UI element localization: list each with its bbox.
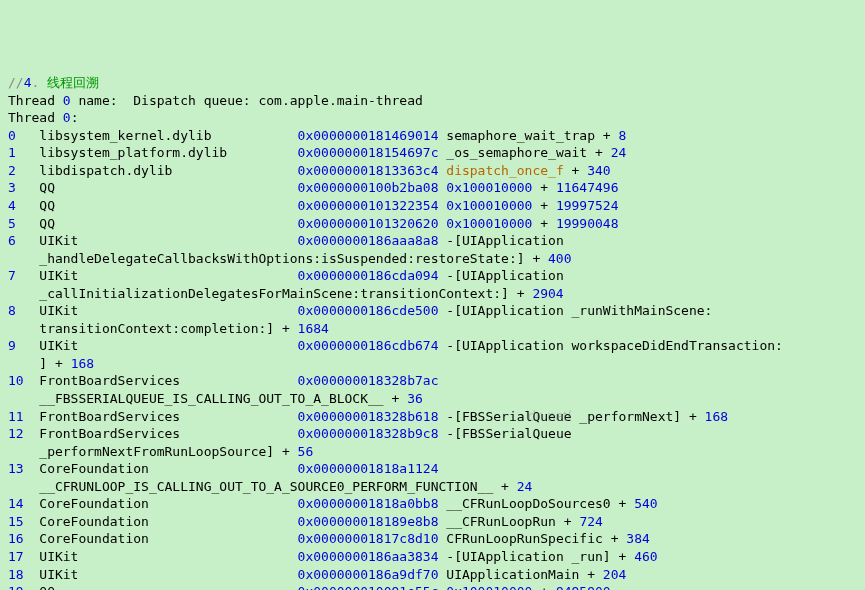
log-line: ] + 168	[8, 355, 857, 373]
log-line: transitionContext:completion:] + 1684	[8, 320, 857, 338]
log-line: 16 CoreFoundation 0x00000001817c8d10 CFR…	[8, 530, 857, 548]
log-line: 10 FrontBoardServices 0x000000018328b7ac	[8, 372, 857, 390]
log-line: 11 FrontBoardServices 0x000000018328b618…	[8, 408, 857, 426]
log-line: 18 UIKit 0x0000000186a9df70 UIApplicatio…	[8, 566, 857, 584]
log-line: 13 CoreFoundation 0x00000001818a1124	[8, 460, 857, 478]
log-line: Thread 0:	[8, 109, 857, 127]
log-line: 15 CoreFoundation 0x000000018189e8b8 __C…	[8, 513, 857, 531]
log-line: 2 libdispatch.dylib 0x00000001813363c4 d…	[8, 162, 857, 180]
log-line: 17 UIKit 0x0000000186aa3834 -[UIApplicat…	[8, 548, 857, 566]
log-line: _callInitializationDelegatesForMainScene…	[8, 285, 857, 303]
log-line: 0 libsystem_kernel.dylib 0x0000000181469…	[8, 127, 857, 145]
log-line: 9 UIKit 0x0000000186cdb674 -[UIApplicati…	[8, 337, 857, 355]
log-line: _performNextFromRunLoopSource] + 56	[8, 443, 857, 461]
log-line: 14 CoreFoundation 0x00000001818a0bb8 __C…	[8, 495, 857, 513]
log-line: __FBSSERIALQUEUE_IS_CALLING_OUT_TO_A_BLO…	[8, 390, 857, 408]
log-line: 4 QQ 0x0000000101322354 0x100010000 + 19…	[8, 197, 857, 215]
log-line: Thread 0 name: Dispatch queue: com.apple…	[8, 92, 857, 110]
log-line: 19 QQ 0x000000010091e55c 0x100010000 + 9…	[8, 583, 857, 590]
log-line: 5 QQ 0x0000000101320620 0x100010000 + 19…	[8, 215, 857, 233]
log-line: //4. 线程回溯	[8, 74, 857, 92]
log-line: _handleDelegateCallbacksWithOptions:isSu…	[8, 250, 857, 268]
log-line: 6 UIKit 0x0000000186aaa8a8 -[UIApplicati…	[8, 232, 857, 250]
log-line: __CFRUNLOOP_IS_CALLING_OUT_TO_A_SOURCE0_…	[8, 478, 857, 496]
log-line: 1 libsystem_platform.dylib 0x00000001815…	[8, 144, 857, 162]
log-line: 8 UIKit 0x0000000186cde500 -[UIApplicati…	[8, 302, 857, 320]
crash-log: //4. 线程回溯Thread 0 name: Dispatch queue: …	[8, 74, 857, 590]
log-line: 12 FrontBoardServices 0x000000018328b9c8…	[8, 425, 857, 443]
log-line: 3 QQ 0x0000000100b2ba08 0x100010000 + 11…	[8, 179, 857, 197]
log-line: 7 UIKit 0x0000000186cda094 -[UIApplicati…	[8, 267, 857, 285]
